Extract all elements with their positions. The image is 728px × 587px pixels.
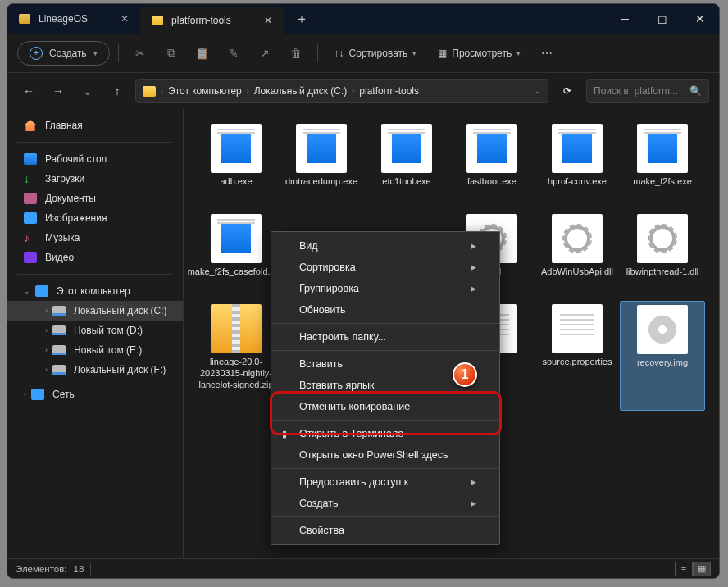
breadcrumb[interactable]: › Этот компьютер › Локальный диск (C:) ›… <box>135 79 548 103</box>
tab-lineageos[interactable]: LineageOS ✕ <box>7 4 140 34</box>
sidebar-thispc[interactable]: ⌄Этот компьютер <box>7 281 183 301</box>
chevron-right-icon[interactable]: › <box>45 366 48 374</box>
sidebar-diskf[interactable]: ›Локальный диск (F:) <box>7 360 183 380</box>
recent-button[interactable]: ⌄ <box>76 84 99 98</box>
file-item[interactable]: dmtracedump.exe <box>279 121 364 211</box>
close-icon[interactable]: ✕ <box>264 15 272 26</box>
sidebar-home[interactable]: Главная <box>7 116 183 135</box>
sidebar-downloads[interactable]: ↓Загрузки <box>7 169 183 189</box>
ctx-label: Открыть окно PowerShell здесь <box>299 449 448 461</box>
file-item[interactable]: adb.exe <box>193 121 279 211</box>
sidebar-desktop[interactable]: Рабочий стол <box>7 149 183 169</box>
separator <box>317 44 318 62</box>
file-label: libwinpthread-1.dll <box>626 266 699 278</box>
ctx-sort[interactable]: Сортировка▶ <box>271 257 499 278</box>
sidebar-documents[interactable]: Документы <box>7 189 183 208</box>
sidebar-pictures[interactable]: Изображения <box>7 208 183 228</box>
ctx-group[interactable]: Группировка▶ <box>271 278 499 299</box>
view-button[interactable]: ▦ Просмотреть ▾ <box>430 48 529 59</box>
ctx-customize[interactable]: Настроить папку... <box>271 326 499 348</box>
cut-icon[interactable]: ✂ <box>127 40 153 66</box>
tab-platform-tools[interactable]: platform-tools ✕ <box>140 7 284 34</box>
crumb-thispc[interactable]: Этот компьютер <box>168 85 242 97</box>
maximize-button[interactable]: ◻ <box>644 4 681 34</box>
ctx-create[interactable]: Создать▶ <box>271 493 499 514</box>
sidebar-network[interactable]: ›Сеть <box>7 385 183 404</box>
tab-label: platform-tools <box>171 15 231 26</box>
video-icon <box>24 252 37 263</box>
crumb-folder[interactable]: platform-tools <box>359 85 419 97</box>
separator <box>90 563 91 575</box>
create-button[interactable]: + Создать ▾ <box>17 41 110 66</box>
ctx-view[interactable]: Вид▶ <box>271 235 499 257</box>
file-item[interactable]: hprof-conv.exe <box>535 121 620 211</box>
plus-icon: + <box>30 47 43 60</box>
zip-icon <box>211 304 262 353</box>
ctx-properties[interactable]: Свойства <box>271 520 499 541</box>
dll-icon <box>637 214 688 263</box>
sort-button[interactable]: ↑↓ Сортировать ▾ <box>326 48 425 59</box>
window-controls: ─ ◻ ✕ <box>606 4 719 34</box>
search-input[interactable]: Поиск в: platform... 🔍 <box>586 79 709 103</box>
chevron-right-icon[interactable]: › <box>24 390 26 398</box>
paste-icon[interactable]: 📋 <box>189 40 216 66</box>
file-label: fastboot.exe <box>467 176 516 188</box>
new-tab-button[interactable]: ＋ <box>284 4 320 34</box>
disk-icon <box>52 365 66 375</box>
share-icon[interactable]: ↗ <box>252 40 278 66</box>
ctx-open-powershell[interactable]: Открыть окно PowerShell здесь <box>271 444 499 466</box>
forward-button[interactable]: → <box>47 84 70 98</box>
file-item[interactable]: make_f2fs.exe <box>620 121 705 211</box>
close-button[interactable]: ✕ <box>681 4 719 34</box>
file-item[interactable]: lineage-20.0-20230315-nightly-lancelot-s… <box>193 301 279 411</box>
sidebar-label: Этот компьютер <box>57 285 130 297</box>
icons-view-button[interactable]: ▦ <box>693 562 711 576</box>
back-button[interactable]: ← <box>17 84 40 98</box>
search-icon: 🔍 <box>689 85 702 97</box>
delete-icon[interactable]: 🗑 <box>283 40 309 66</box>
copy-icon[interactable]: ⧉ <box>158 40 184 66</box>
file-item[interactable]: AdbWinUsbApi.dll <box>535 211 620 301</box>
file-item[interactable]: libwinpthread-1.dll <box>620 211 705 301</box>
crumb-diskc[interactable]: Локальный диск (C:) <box>254 85 348 97</box>
sidebar-diske[interactable]: ›Новый том (E:) <box>7 340 183 360</box>
download-icon: ↓ <box>24 173 37 184</box>
chevron-right-icon[interactable]: › <box>45 307 48 315</box>
file-item[interactable]: etc1tool.exe <box>364 121 449 211</box>
sidebar-diskd[interactable]: ›Новый том (D:) <box>7 321 183 340</box>
up-button[interactable]: ↑ <box>106 84 129 98</box>
sidebar-music[interactable]: ♪Музыка <box>7 228 183 248</box>
desktop-icon <box>24 153 37 165</box>
refresh-button[interactable]: ⟳ <box>555 85 580 97</box>
ctx-give-access[interactable]: Предоставить доступ к▶ <box>271 471 499 493</box>
sidebar-diskc[interactable]: ›Локальный диск (C:) <box>7 301 183 321</box>
chevron-down-icon: ▾ <box>412 49 416 57</box>
ctx-refresh[interactable]: Обновить <box>271 299 499 321</box>
sidebar-video[interactable]: Видео <box>7 248 183 267</box>
file-item-selected[interactable]: recovery.img <box>620 301 705 411</box>
search-placeholder: Поиск в: platform... <box>594 85 678 97</box>
sidebar-label: Новый том (D:) <box>74 325 143 336</box>
details-view-button[interactable]: ≡ <box>675 562 693 576</box>
exe-icon <box>381 124 432 173</box>
file-item[interactable]: fastboot.exe <box>449 121 535 211</box>
file-item[interactable]: source.properties <box>535 301 620 411</box>
context-menu: Вид▶ Сортировка▶ Группировка▶ Обновить Н… <box>271 231 500 545</box>
folder-icon <box>19 14 30 24</box>
chevron-down-icon[interactable]: ⌄ <box>24 287 30 295</box>
close-icon[interactable]: ✕ <box>121 13 129 25</box>
address-row: ← → ⌄ ↑ › Этот компьютер › Локальный дис… <box>7 73 719 109</box>
chevron-right-icon: ▶ <box>471 499 476 507</box>
chevron-down-icon[interactable]: ⌄ <box>535 87 541 95</box>
chevron-right-icon[interactable]: › <box>45 326 48 334</box>
minimize-button[interactable]: ─ <box>606 4 644 34</box>
file-item[interactable]: make_f2fs_casefold.exe <box>193 211 279 301</box>
sidebar-label: Музыка <box>45 232 80 243</box>
sidebar-label: Изображения <box>45 212 107 224</box>
rename-icon[interactable]: ✎ <box>221 40 247 66</box>
ctx-open-terminal[interactable]: ▮Открыть в Терминале <box>271 423 499 444</box>
ctx-undo-copy[interactable]: Отменить копирование <box>271 396 499 417</box>
chevron-right-icon[interactable]: › <box>45 346 48 354</box>
more-button[interactable]: ⋯ <box>534 40 560 66</box>
image-icon <box>24 212 37 224</box>
